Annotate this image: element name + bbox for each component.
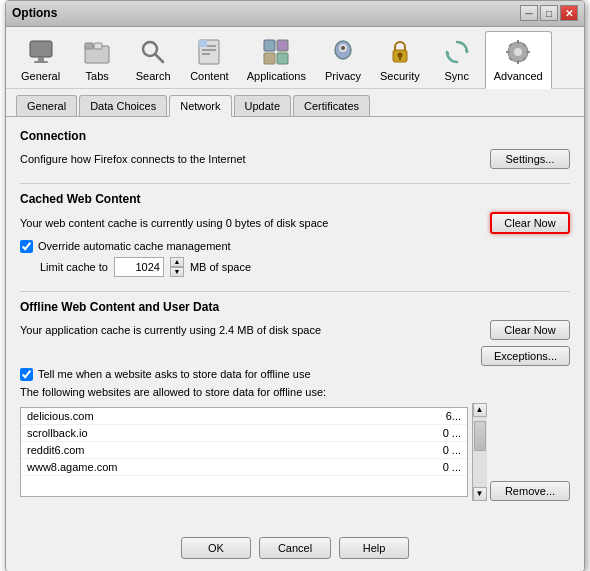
toolbar-tabs[interactable]: Tabs	[69, 31, 125, 88]
toolbar-general[interactable]: General	[12, 31, 69, 88]
close-button[interactable]: ✕	[560, 5, 578, 21]
settings-button[interactable]: Settings...	[490, 149, 570, 169]
svg-point-26	[514, 48, 522, 56]
title-bar: Options ─ □ ✕	[6, 1, 584, 27]
limit-row: Limit cache to ▲ ▼ MB of space	[40, 257, 570, 277]
connection-row: Configure how Firefox connects to the In…	[20, 149, 570, 169]
svg-rect-1	[38, 57, 44, 61]
limit-unit: MB of space	[190, 261, 251, 273]
subtabs: General Data Choices Network Update Cert…	[6, 89, 584, 117]
websites-list: delicious.com6...scrollback.io0 ...reddi…	[20, 407, 468, 497]
svg-rect-13	[264, 40, 275, 51]
tab-data-choices[interactable]: Data Choices	[79, 95, 167, 116]
tell-me-label: Tell me when a website asks to store dat…	[38, 368, 311, 380]
offline-title: Offline Web Content and User Data	[20, 300, 570, 314]
spinner-down[interactable]: ▼	[170, 267, 184, 277]
spinner-controls: ▲ ▼	[170, 257, 184, 277]
svg-rect-27	[517, 40, 519, 44]
title-bar-controls: ─ □ ✕	[520, 5, 578, 21]
sync-icon	[441, 36, 473, 68]
minimize-button[interactable]: ─	[520, 5, 538, 21]
security-icon	[384, 36, 416, 68]
maximize-button[interactable]: □	[540, 5, 558, 21]
toolbar-applications[interactable]: Applications	[238, 31, 315, 88]
tell-me-checkbox[interactable]	[20, 368, 33, 381]
svg-rect-4	[85, 43, 93, 49]
privacy-icon	[327, 36, 359, 68]
list-item[interactable]: www8.agame.com0 ...	[21, 459, 467, 476]
tab-general[interactable]: General	[16, 95, 77, 116]
limit-label: Limit cache to	[40, 261, 108, 273]
override-label: Override automatic cache management	[38, 240, 231, 252]
toolbar-security[interactable]: Security	[371, 31, 429, 88]
toolbar-security-label: Security	[380, 70, 420, 82]
exceptions-button[interactable]: Exceptions...	[481, 346, 570, 366]
bottom-buttons: OK Cancel Help	[6, 527, 584, 571]
list-item[interactable]: reddit6.com0 ...	[21, 442, 467, 459]
scrollbar[interactable]: ▲ ▼	[472, 403, 486, 501]
window-title: Options	[12, 6, 57, 20]
tab-network[interactable]: Network	[169, 95, 231, 117]
divider-2	[20, 291, 570, 292]
websites-container: delicious.com6...scrollback.io0 ...reddi…	[20, 403, 570, 501]
scroll-track	[473, 417, 487, 487]
options-window: Options ─ □ ✕ General	[5, 0, 585, 571]
connection-section: Connection Configure how Firefox connect…	[20, 129, 570, 169]
cached-section: Cached Web Content Your web content cach…	[20, 192, 570, 277]
clear-cache-button[interactable]: Clear Now	[490, 212, 570, 234]
ok-button[interactable]: OK	[181, 537, 251, 559]
search-icon	[137, 36, 169, 68]
general-icon	[25, 36, 57, 68]
svg-rect-2	[34, 61, 48, 63]
clear-offline-button[interactable]: Clear Now	[490, 320, 570, 340]
limit-input[interactable]	[114, 257, 164, 277]
connection-description: Configure how Firefox connects to the In…	[20, 153, 246, 165]
toolbar-sync[interactable]: Sync	[429, 31, 485, 88]
cached-title: Cached Web Content	[20, 192, 570, 206]
list-item[interactable]: delicious.com6...	[21, 408, 467, 425]
toolbar-applications-label: Applications	[247, 70, 306, 82]
tell-me-row: Tell me when a website asks to store dat…	[20, 368, 570, 381]
toolbar-advanced[interactable]: Advanced	[485, 31, 552, 89]
divider-1	[20, 183, 570, 184]
toolbar-search-label: Search	[136, 70, 171, 82]
list-item[interactable]: scrollback.io0 ...	[21, 425, 467, 442]
cached-row: Your web content cache is currently usin…	[20, 212, 570, 234]
spinner-up[interactable]: ▲	[170, 257, 184, 267]
svg-point-19	[341, 46, 345, 50]
offline-row: Your application cache is currently usin…	[20, 320, 570, 340]
help-button[interactable]: Help	[339, 537, 409, 559]
svg-rect-14	[277, 40, 288, 51]
svg-rect-16	[277, 53, 288, 64]
advanced-icon	[502, 36, 534, 68]
svg-point-21	[397, 52, 402, 57]
scroll-down[interactable]: ▼	[473, 487, 487, 501]
svg-line-7	[155, 54, 163, 62]
scroll-thumb[interactable]	[474, 421, 486, 451]
content-area: Connection Configure how Firefox connect…	[6, 117, 584, 527]
offline-description: Your application cache is currently usin…	[20, 324, 321, 336]
websites-label: The following websites are allowed to st…	[20, 386, 326, 398]
toolbar-privacy[interactable]: Privacy	[315, 31, 371, 88]
svg-rect-15	[264, 53, 275, 64]
content-icon	[193, 36, 225, 68]
toolbar: General Tabs Search	[6, 27, 584, 89]
override-checkbox[interactable]	[20, 240, 33, 253]
toolbar-content-label: Content	[190, 70, 229, 82]
scroll-up[interactable]: ▲	[473, 403, 487, 417]
cancel-button[interactable]: Cancel	[259, 537, 331, 559]
svg-rect-12	[199, 40, 207, 47]
remove-button[interactable]: Remove...	[490, 481, 570, 501]
toolbar-general-label: General	[21, 70, 60, 82]
tabs-icon	[81, 36, 113, 68]
svg-rect-29	[506, 51, 510, 53]
svg-rect-30	[526, 51, 530, 53]
toolbar-search[interactable]: Search	[125, 31, 181, 88]
tab-update[interactable]: Update	[234, 95, 291, 116]
remove-container: Remove...	[490, 403, 570, 501]
exceptions-row: Exceptions...	[20, 346, 570, 366]
toolbar-content[interactable]: Content	[181, 31, 238, 88]
offline-section: Offline Web Content and User Data Your a…	[20, 300, 570, 501]
toolbar-privacy-label: Privacy	[325, 70, 361, 82]
tab-certificates[interactable]: Certificates	[293, 95, 370, 116]
